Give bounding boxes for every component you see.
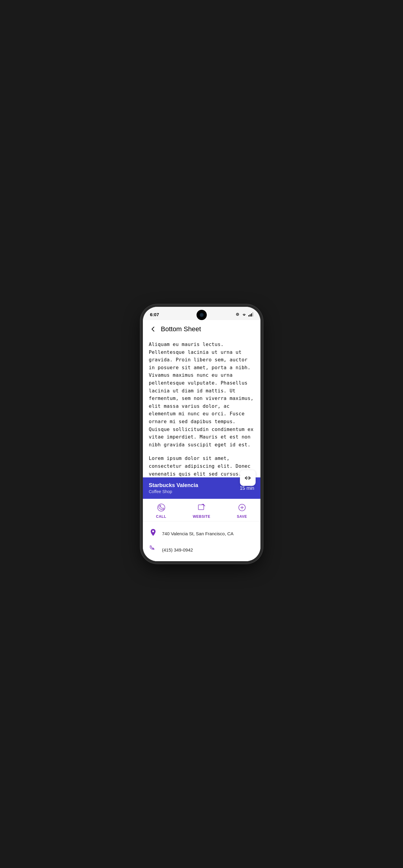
save-action[interactable]: SAVE bbox=[237, 504, 247, 519]
website-action[interactable]: WEBSITE bbox=[193, 504, 210, 519]
camera-notch bbox=[196, 310, 207, 320]
save-icon bbox=[238, 504, 246, 513]
details-section: 740 Valencia St, San Francisco, CA (415)… bbox=[143, 521, 260, 561]
back-button[interactable] bbox=[148, 324, 159, 335]
svg-rect-3 bbox=[250, 314, 250, 316]
camera-lens bbox=[199, 313, 204, 317]
map-pin-icon bbox=[149, 529, 157, 538]
svg-rect-2 bbox=[248, 315, 249, 316]
wifi-icon bbox=[242, 312, 247, 316]
address-row: 740 Valencia St, San Francisco, CA bbox=[149, 525, 254, 542]
call-icon bbox=[157, 504, 165, 513]
place-name: Starbucks Valencia bbox=[149, 482, 198, 489]
address-text: 740 Valencia St, San Francisco, CA bbox=[162, 531, 234, 536]
svg-rect-7 bbox=[198, 505, 204, 510]
travel-time: 15 min bbox=[240, 486, 254, 491]
top-bar: Bottom Sheet bbox=[143, 320, 260, 338]
status-time: 6:07 bbox=[150, 312, 159, 317]
phone-frame: 6:07 bbox=[143, 307, 260, 561]
signal-icon bbox=[248, 312, 253, 316]
svg-point-11 bbox=[152, 530, 154, 532]
action-bar: CALL WEBSITE bbox=[143, 499, 260, 521]
phone-detail-icon bbox=[149, 546, 157, 554]
place-info: Starbucks Valencia Coffee Shop bbox=[149, 482, 198, 494]
save-label: SAVE bbox=[237, 515, 247, 519]
call-action[interactable]: CALL bbox=[156, 504, 166, 519]
status-icons bbox=[235, 312, 253, 317]
svg-rect-5 bbox=[252, 312, 253, 316]
body-paragraph-1: Aliquam eu mauris lectus. Pellentesque l… bbox=[149, 341, 254, 448]
record-icon bbox=[235, 312, 240, 317]
expand-icon bbox=[244, 476, 251, 480]
place-type: Coffee Shop bbox=[149, 489, 198, 494]
svg-rect-4 bbox=[251, 313, 252, 316]
phone-text: (415) 349-0942 bbox=[162, 547, 193, 553]
expand-button[interactable] bbox=[240, 470, 256, 486]
back-arrow-icon bbox=[150, 326, 156, 333]
bottom-sheet: Starbucks Valencia Coffee Shop 15 min CA… bbox=[143, 477, 260, 561]
call-label: CALL bbox=[156, 515, 166, 519]
website-label: WEBSITE bbox=[193, 515, 210, 519]
app-content: Bottom Sheet Aliquam eu mauris lectus. P… bbox=[143, 320, 260, 561]
website-icon bbox=[198, 504, 206, 513]
svg-point-1 bbox=[237, 313, 239, 315]
page-title: Bottom Sheet bbox=[161, 325, 201, 333]
phone-row: (415) 349-0942 bbox=[149, 542, 254, 558]
